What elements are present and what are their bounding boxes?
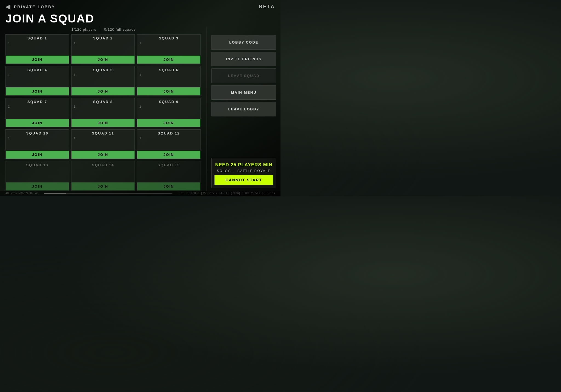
squad-count-5: 1 xyxy=(71,73,134,87)
spacer xyxy=(211,119,276,156)
squad-card-7: SQUAD 71JOIN xyxy=(5,98,69,127)
join-button-squad-12[interactable]: JOIN xyxy=(137,151,200,159)
cannot-start-button: CANNOT START xyxy=(214,175,273,185)
lobby-code-button[interactable]: LOBBY CODE xyxy=(211,35,276,50)
warning-mode: SOLOS xyxy=(217,169,231,173)
squads-count: 0/120 full squads xyxy=(104,27,136,32)
squad-name-1: SQUAD 1 xyxy=(6,35,69,41)
squad-name-6: SQUAD 6 xyxy=(137,66,200,73)
players-count: 1/120 players xyxy=(71,27,96,32)
squad-card-5: SQUAD 51JOIN xyxy=(71,66,135,96)
bottom-bar: 48552661286624887 48 9.18.15163810 [255:… xyxy=(0,191,280,196)
squad-card-2: SQUAD 21JOIN xyxy=(71,34,135,64)
squad-count-9: 1 xyxy=(137,104,200,119)
squad-count-7: 1 xyxy=(6,104,69,119)
squad-card-6: SQUAD 61JOIN xyxy=(137,66,201,96)
squad-count-15 xyxy=(137,168,200,182)
squad-count-14 xyxy=(71,168,134,182)
session-id: 48552661286624887 48 xyxy=(5,192,38,195)
back-button[interactable]: ◀ xyxy=(5,3,10,10)
squad-count-6: 1 xyxy=(137,73,200,87)
join-button-squad-6[interactable]: JOIN xyxy=(137,87,200,95)
squad-name-2: SQUAD 2 xyxy=(71,35,134,41)
join-button-squad-10[interactable]: JOIN xyxy=(6,151,69,159)
join-button-squad-4[interactable]: JOIN xyxy=(6,87,69,95)
content-area: 1/120 players | 0/120 full squads SQUAD … xyxy=(0,27,280,191)
header: ◀ PRIVATE LOBBY BETA xyxy=(0,0,280,12)
squad-name-14: SQUAD 14 xyxy=(71,161,134,168)
join-button-squad-7[interactable]: JOIN xyxy=(6,119,69,127)
squad-card-15: SQUAD 15JOIN xyxy=(137,161,201,191)
squad-card-14: SQUAD 14JOIN xyxy=(71,161,135,191)
divider xyxy=(207,27,207,191)
private-lobby-title: PRIVATE LOBBY xyxy=(14,5,55,9)
squad-count-3: 1 xyxy=(137,41,200,56)
invite-friends-button[interactable]: INVITE FRIENDS xyxy=(211,52,276,66)
squad-card-4: SQUAD 41JOIN xyxy=(5,66,69,96)
version-text: 9.18.15163810 [255:255:2114+11] [7100] 1… xyxy=(178,192,275,195)
join-button-squad-1[interactable]: JOIN xyxy=(6,56,69,64)
squad-name-9: SQUAD 9 xyxy=(137,98,200,104)
player-info: 1/120 players | 0/120 full squads xyxy=(5,27,202,32)
beta-label: BETA xyxy=(259,4,275,10)
squad-count-13 xyxy=(6,168,69,182)
join-button-squad-3[interactable]: JOIN xyxy=(137,56,200,64)
join-button-squad-5[interactable]: JOIN xyxy=(71,87,134,95)
warning-type: BATTLE ROYALE xyxy=(237,169,271,173)
join-button-squad-15[interactable]: JOIN xyxy=(137,182,200,190)
warning-block: NEED 25 PLAYERS MIN SOLOS | BATTLE ROYAL… xyxy=(211,158,276,188)
squad-name-10: SQUAD 10 xyxy=(6,130,69,136)
squad-name-7: SQUAD 7 xyxy=(6,98,69,104)
squad-name-11: SQUAD 11 xyxy=(71,130,134,136)
squad-count-12: 1 xyxy=(137,136,200,151)
squad-grid: SQUAD 11JOINSQUAD 21JOINSQUAD 31JOINSQUA… xyxy=(5,34,202,191)
page-title: JOIN A SQUAD xyxy=(0,12,280,27)
sidebar: LOBBY CODE INVITE FRIENDS LEAVE SQUAD MA… xyxy=(209,27,280,191)
main-container: ◀ PRIVATE LOBBY BETA JOIN A SQUAD 1/120 … xyxy=(0,0,280,196)
main-menu-button[interactable]: MAIN MENU xyxy=(211,85,276,100)
warning-main-text: NEED 25 PLAYERS MIN xyxy=(214,162,273,168)
join-button-squad-9[interactable]: JOIN xyxy=(137,119,200,127)
squad-card-8: SQUAD 81JOIN xyxy=(71,98,135,127)
squad-name-13: SQUAD 13 xyxy=(6,161,69,168)
squad-count-10: 1 xyxy=(6,136,69,151)
leave-squad-button: LEAVE SQUAD xyxy=(211,68,276,83)
info-separator: | xyxy=(100,27,101,32)
squad-name-15: SQUAD 15 xyxy=(137,161,200,168)
squad-card-9: SQUAD 91JOIN xyxy=(137,98,201,127)
squad-name-8: SQUAD 8 xyxy=(71,98,134,104)
squad-card-13: SQUAD 13JOIN xyxy=(5,161,69,191)
leave-lobby-button[interactable]: LEAVE LOBBY xyxy=(211,102,276,116)
squad-card-3: SQUAD 31JOIN xyxy=(137,34,201,64)
join-button-squad-11[interactable]: JOIN xyxy=(71,151,134,159)
join-button-squad-8[interactable]: JOIN xyxy=(71,119,134,127)
squad-name-4: SQUAD 4 xyxy=(6,66,69,73)
squad-card-1: SQUAD 11JOIN xyxy=(5,34,69,64)
scroll-thumb xyxy=(44,193,66,194)
join-button-squad-14[interactable]: JOIN xyxy=(71,182,134,190)
join-button-squad-2[interactable]: JOIN xyxy=(71,56,134,64)
squad-card-11: SQUAD 111JOIN xyxy=(71,129,135,159)
join-button-squad-13[interactable]: JOIN xyxy=(6,182,69,190)
warning-sub-text: SOLOS | BATTLE ROYALE xyxy=(214,169,273,173)
squad-count-2: 1 xyxy=(71,41,134,56)
warning-separator: | xyxy=(233,169,235,173)
squad-count-4: 1 xyxy=(6,73,69,87)
scroll-indicator xyxy=(44,193,172,194)
squad-area: 1/120 players | 0/120 full squads SQUAD … xyxy=(0,27,204,191)
squad-card-10: SQUAD 101JOIN xyxy=(5,129,69,159)
squad-card-12: SQUAD 121JOIN xyxy=(137,129,201,159)
squad-count-8: 1 xyxy=(71,104,134,119)
squad-name-3: SQUAD 3 xyxy=(137,35,200,41)
squad-name-12: SQUAD 12 xyxy=(137,130,200,136)
squad-name-5: SQUAD 5 xyxy=(71,66,134,73)
squad-count-1: 1 xyxy=(6,41,69,56)
squad-count-11: 1 xyxy=(71,136,134,151)
